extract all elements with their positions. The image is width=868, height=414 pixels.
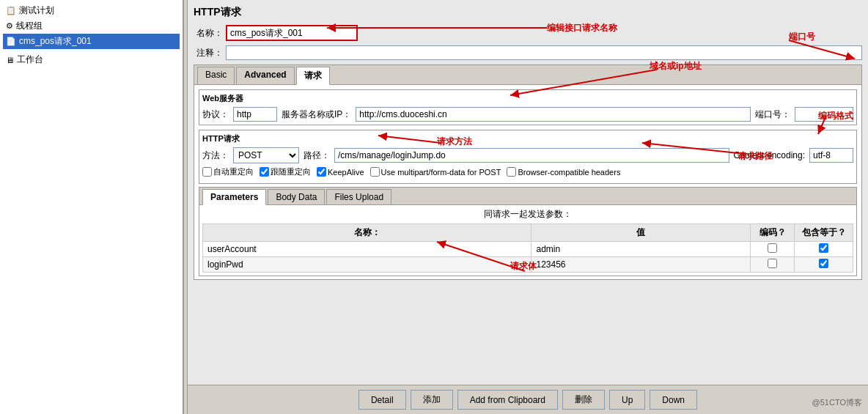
tab-basic[interactable]: Basic [197, 67, 235, 84]
http-request-section: HTTP请求 方法： GET POST PUT DELETE 路径： Conte… [199, 130, 857, 184]
up-button[interactable]: Up [609, 390, 645, 410]
table-row: userAccount admin [203, 242, 853, 257]
checkbox-keepalive[interactable]: KeepAlive [317, 167, 364, 177]
down-button[interactable]: Down [650, 390, 697, 410]
port-label: 端口号： [755, 108, 790, 121]
comment-label: 注释： [194, 47, 223, 59]
col-name: 名称： [203, 224, 532, 242]
encoding-label: Content encoding: [734, 150, 805, 160]
page-title: HTTP请求 [194, 6, 862, 19]
test-plan-icon: 📋 [6, 6, 16, 15]
sidebar-item-workbench[interactable]: 🖥 工作台 [3, 52, 180, 67]
protocol-label: 协议： [202, 108, 229, 121]
sidebar-label-test-plan: 测试计划 [19, 4, 54, 17]
param-value-2: 123456 [532, 257, 751, 273]
main-content: HTTP请求 名称： 注释： Basic Advanced 请求 Web服务器 … [188, 0, 868, 414]
tab-parameters[interactable]: Parameters [202, 189, 266, 205]
comment-row: 注释： [194, 45, 862, 60]
main-tab-bar: Basic Advanced 请求 [194, 65, 861, 85]
checkbox-auto-redirect[interactable]: 自动重定向 [202, 166, 254, 177]
name-row: 名称： [194, 25, 862, 41]
method-row: 方法： GET POST PUT DELETE 路径： Content enco… [202, 147, 853, 163]
encoding-input[interactable] [809, 148, 853, 163]
protocol-input[interactable] [233, 107, 277, 122]
param-encode-2 [751, 257, 795, 273]
param-value-1: admin [532, 242, 751, 257]
sidebar-label-workbench: 工作台 [17, 53, 43, 66]
sidebar: 📋 测试计划 ⚙ 线程组 📄 cms_pos请求_001 🖥 工作台 [0, 0, 183, 414]
web-server-section: Web服务器 协议： 服务器名称或IP： 端口号： [199, 89, 857, 125]
checkboxes-row: 自动重定向 跟随重定向 KeepAlive Use multipart/form… [202, 166, 853, 177]
col-value: 值 [532, 224, 751, 242]
server-input[interactable] [356, 107, 751, 122]
tab-request[interactable]: 请求 [296, 67, 330, 85]
add-clipboard-button[interactable]: Add from Clipboard [457, 390, 558, 410]
sidebar-item-thread-group[interactable]: ⚙ 线程组 [3, 18, 180, 34]
tab-body-data[interactable]: Body Data [268, 189, 325, 204]
thread-group-icon: ⚙ [6, 21, 13, 31]
inner-tabs-container: Parameters Body Data Files Upload 同请求一起发… [199, 187, 857, 276]
method-label: 方法： [202, 149, 229, 162]
parameters-content: 同请求一起发送参数： 名称： 值 编码？ 包含等于？ [199, 205, 856, 276]
param-name-1: userAccount [203, 242, 532, 257]
sidebar-item-test-plan[interactable]: 📋 测试计划 [3, 3, 180, 18]
param-include-eq-2 [795, 257, 853, 273]
main-tabs-container: Basic Advanced 请求 Web服务器 协议： 服务器名称或IP： 端… [194, 64, 862, 280]
add-button[interactable]: 添加 [411, 390, 453, 410]
checkbox-follow-redirect[interactable]: 跟随重定向 [260, 166, 311, 177]
col-encode: 编码？ [751, 224, 795, 242]
detail-button[interactable]: Detail [358, 390, 406, 410]
checkbox-browser-headers[interactable]: Browser-compatible headers [507, 167, 620, 177]
params-table: 名称： 值 编码？ 包含等于？ userAccount admin [202, 223, 853, 273]
sidebar-label-thread-group: 线程组 [16, 20, 43, 32]
param-encode-1 [751, 242, 795, 257]
path-input[interactable] [334, 148, 729, 163]
param-name-2: loginPwd [203, 257, 532, 273]
workbench-icon: 🖥 [6, 56, 14, 64]
delete-button[interactable]: 删除 [562, 390, 605, 410]
sidebar-item-cms-request[interactable]: 📄 cms_pos请求_001 [3, 34, 180, 49]
copyright: @51CTO博客 [812, 397, 862, 408]
param-include-eq-1 [795, 242, 853, 257]
table-row: loginPwd 123456 [203, 257, 853, 273]
http-request-title: HTTP请求 [202, 133, 853, 144]
method-select[interactable]: GET POST PUT DELETE [233, 147, 299, 163]
sidebar-label-cms-request: cms_pos请求_001 [19, 35, 92, 48]
server-label: 服务器名称或IP： [282, 108, 351, 121]
web-server-title: Web服务器 [202, 93, 853, 104]
web-server-row: 协议： 服务器名称或IP： 端口号： [202, 107, 853, 122]
inner-tab-bar: Parameters Body Data Files Upload [199, 188, 856, 205]
comment-input[interactable] [226, 45, 862, 60]
path-label: 路径： [304, 149, 330, 162]
bottom-bar: Detail 添加 Add from Clipboard 删除 Up Down [188, 385, 868, 414]
name-input[interactable] [226, 25, 358, 41]
col-include-eq: 包含等于？ [795, 224, 853, 242]
name-label: 名称： [194, 27, 223, 40]
tab-advanced[interactable]: Advanced [236, 67, 294, 84]
checkbox-multipart[interactable]: Use multipart/form-data for POST [370, 167, 501, 177]
cms-request-icon: 📄 [6, 37, 16, 46]
tab-files-upload[interactable]: Files Upload [326, 189, 391, 204]
params-section-title: 同请求一起发送参数： [202, 208, 853, 221]
port-input[interactable] [795, 107, 853, 122]
